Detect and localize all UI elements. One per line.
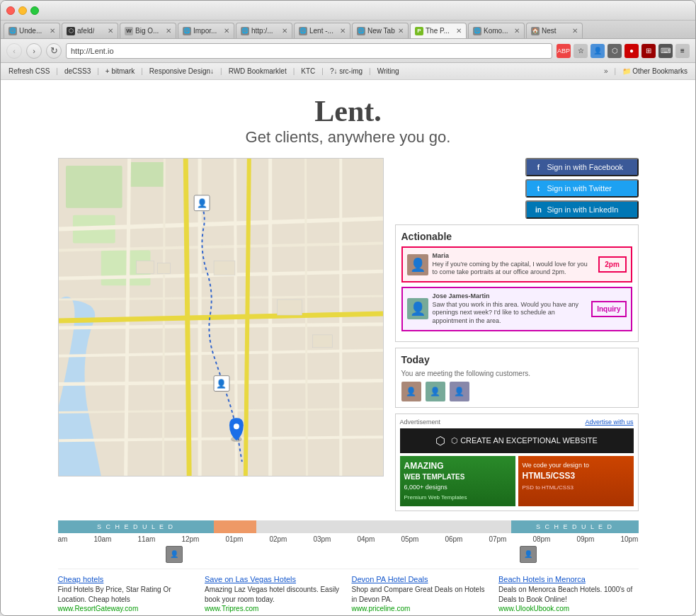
tl-label-09pm: 09pm: [576, 535, 594, 543]
action-card-0[interactable]: 👤 Maria Hey if you're coming by the capi…: [401, 246, 632, 283]
reload-button[interactable]: ↻: [46, 43, 62, 59]
tab-label-3: Impor...: [193, 27, 217, 35]
hotel-ads: Cheap hotels Find Hotels By Price, Star …: [58, 569, 639, 615]
action-badge-0[interactable]: 2pm: [598, 256, 627, 273]
twitter-icon: t: [534, 183, 544, 193]
page-subtitle: Get clients, anywhere you go.: [246, 128, 451, 147]
address-bar[interactable]: http://Lent.io: [66, 43, 552, 59]
ad-banner-orange[interactable]: We code your design to HTML5/CSS3 PSD to…: [518, 456, 634, 506]
linkedin-icon: in: [534, 205, 544, 215]
layers-icon[interactable]: ⬡: [607, 44, 622, 58]
minimize-button[interactable]: [18, 6, 27, 15]
tab-favicon-2: W: [125, 27, 133, 35]
facebook-signin-button[interactable]: f Sign in with Facebook: [525, 158, 639, 176]
tab-close-2[interactable]: ✕: [166, 27, 171, 35]
ad-site-icon: ⬡: [435, 434, 445, 447]
map-container[interactable]: 👤 👤: [58, 158, 384, 477]
tl-label-03pm: 03pm: [313, 535, 331, 543]
today-header: Today: [401, 354, 632, 365]
tab-close-3[interactable]: ✕: [224, 27, 229, 35]
people-icon[interactable]: 👤: [591, 44, 605, 58]
close-button[interactable]: [6, 6, 15, 15]
bookmark-srcimg[interactable]: ?↓ src-img: [326, 66, 366, 76]
tab-label-0: Unde...: [19, 27, 42, 35]
tab-close-9[interactable]: ✕: [572, 27, 578, 35]
tab-4[interactable]: 🌐 http:/... ✕: [236, 23, 292, 38]
bookmark-responsive[interactable]: Responsive Design↓: [146, 66, 217, 76]
ad-banner-green[interactable]: AMAZING WEB TEMPLATES 6,000+ designs Pre…: [400, 456, 515, 506]
right-panel: f Sign in with Facebook t Sign in with T…: [395, 158, 639, 511]
hotel-ad-title-1[interactable]: Save on Las Vegas Hotels: [205, 575, 345, 583]
advertise-link[interactable]: Advertise with us: [585, 418, 633, 426]
adblock-icon[interactable]: ABP: [557, 44, 571, 58]
svg-line-22: [186, 159, 189, 476]
tab-2[interactable]: W Big O... ✕: [120, 23, 176, 38]
tab-close-1[interactable]: ✕: [108, 27, 113, 35]
bookmark-rwd[interactable]: RWD Bookmarklet: [225, 66, 290, 76]
today-avatar-0: 👤: [401, 382, 421, 401]
hotel-ad-title-3[interactable]: Beach Hotels in Menorca: [498, 575, 639, 583]
ad-banner-dark[interactable]: ⬡ ⬡ CREATE AN EXCEPTIONAL WEBSITE: [400, 428, 634, 453]
tl-label-06pm: 06pm: [445, 535, 462, 543]
tl-label-10pm: 10pm: [620, 535, 638, 543]
ad-label: Advertisement: [400, 418, 441, 426]
svg-rect-1: [65, 166, 122, 208]
bookmarks-more[interactable]: »: [600, 66, 612, 76]
bookmark-bitmark[interactable]: + bitmark: [102, 66, 138, 76]
tab-5[interactable]: 🌐 Lent -... ✕: [294, 23, 350, 38]
bookmark-other[interactable]: 📁 Other Bookmarks: [619, 66, 691, 76]
tl-label-12pm: 12pm: [181, 535, 199, 543]
key-icon[interactable]: ⌨: [658, 44, 673, 58]
tab-label-4: http:/...: [251, 27, 273, 35]
bookmark-ktc[interactable]: KTC: [297, 66, 319, 76]
twitter-label: Sign in with Twitter: [547, 184, 612, 193]
tab-close-0[interactable]: ✕: [50, 27, 55, 35]
tab-close-5[interactable]: ✕: [340, 27, 346, 35]
tab-close-4[interactable]: ✕: [282, 27, 287, 35]
pin-image-1: 👤: [520, 546, 537, 563]
forward-button[interactable]: ›: [26, 43, 42, 59]
tab-0[interactable]: 🌐 Unde... ✕: [4, 23, 60, 38]
maximize-button[interactable]: [30, 6, 39, 15]
ad-section: Advertisement Advertise with us ⬡ ⬡ CREA…: [395, 413, 639, 511]
tab-1[interactable]: ⬡ afeld/ ✕: [62, 23, 118, 38]
bookmark-decss3[interactable]: deCSS3: [61, 66, 94, 76]
grid-icon[interactable]: ⊞: [641, 44, 656, 58]
linkedin-signin-button[interactable]: in Sign in with LinkedIn: [525, 200, 639, 219]
today-section: Today You are meeting the following cust…: [395, 348, 639, 408]
timeline-bar-scheduled-2: S C H E D U L E D: [511, 520, 639, 533]
linkedin-label: Sign in with LinkedIn: [547, 205, 619, 214]
tab-close-6[interactable]: ✕: [398, 27, 404, 35]
action-card-1[interactable]: 👤 Jose James-Martin Saw that you work in…: [401, 287, 632, 331]
hotel-ad-0: Cheap hotels Find Hotels By Price, Star …: [58, 575, 198, 612]
tab-7[interactable]: P The P... ✕: [410, 23, 467, 38]
back-button[interactable]: ‹: [6, 43, 22, 59]
traffic-lights: [6, 6, 39, 15]
menu-icon[interactable]: ≡: [675, 44, 690, 58]
twitter-signin-button[interactable]: t Sign in with Twitter: [525, 179, 639, 198]
tab-close-8[interactable]: ✕: [514, 27, 520, 35]
tab-favicon-0: 🌐: [8, 27, 17, 35]
star-icon[interactable]: ☆: [574, 44, 588, 58]
timeline-bar-orange: [214, 520, 256, 533]
circle-icon[interactable]: ●: [624, 44, 639, 58]
hotel-ad-title-2[interactable]: Devon PA Hotel Deals: [352, 575, 492, 583]
tl-label-01pm: 01pm: [225, 535, 243, 543]
hotel-ad-url-2: www.priceline.com: [352, 605, 492, 612]
tab-label-9: Nest: [542, 27, 557, 35]
today-subtitle: You are meeting the following customers.: [401, 370, 632, 377]
tab-label-2: Big O...: [135, 27, 159, 35]
tab-9[interactable]: 🏠 Nest ✕: [526, 23, 583, 38]
bookmark-writing[interactable]: Writing: [374, 66, 403, 76]
hotel-ad-title-0[interactable]: Cheap hotels: [58, 575, 198, 583]
page-title-section: Lent. Get clients, anywhere you go.: [246, 80, 451, 154]
bookmark-refresh-css[interactable]: Refresh CSS: [5, 66, 53, 76]
tab-close-7[interactable]: ✕: [456, 27, 462, 35]
tab-6[interactable]: 🌐 New Tab ✕: [352, 23, 409, 38]
today-avatar-1: 👤: [426, 382, 445, 401]
action-badge-1[interactable]: Inquiry: [591, 301, 626, 317]
tab-favicon-6: 🌐: [357, 27, 365, 35]
tab-3[interactable]: 🌐 Impor... ✕: [178, 23, 234, 38]
bookmarks-bar: Refresh CSS | deCSS3 | + bitmark | Respo…: [1, 63, 695, 80]
tab-8[interactable]: 🌐 Komo... ✕: [468, 23, 525, 38]
